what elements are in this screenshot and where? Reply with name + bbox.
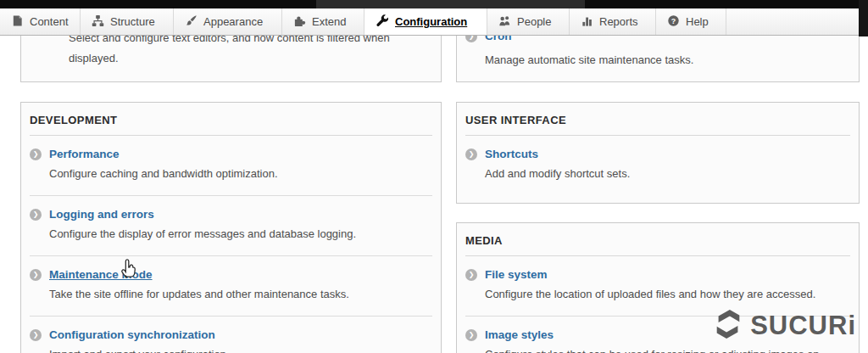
item-description: Configure the display of error messages … [30, 227, 432, 242]
window-top-bar [0, 0, 868, 8]
chevron-circle-icon: ❯ [30, 148, 42, 160]
card-user-interface: USER INTERFACE ❯ Shortcuts Add and modif… [456, 102, 860, 204]
window-top-bar-segment [316, 0, 585, 8]
sucuri-wordmark: SUCURi [750, 311, 856, 341]
card-development: DEVELOPMENT ❯ Performance Configure cach… [20, 102, 442, 353]
item-description: Configure caching and bandwidth optimiza… [30, 166, 432, 182]
card-title: USER INTERFACE [465, 114, 850, 136]
chevron-circle-icon: ❯ [30, 329, 42, 341]
wrench-icon [376, 14, 389, 30]
bar-chart-icon [581, 14, 593, 30]
toolbar-item-label: People [517, 15, 551, 28]
file-system-link[interactable]: File system [485, 268, 548, 281]
list-item: ❯ Configuration synchronization Import a… [30, 316, 432, 353]
puzzle-icon [293, 14, 306, 30]
card-title: MEDIA [465, 234, 850, 256]
toolbar-item-reports[interactable]: Reports [570, 8, 656, 35]
toolbar-item-structure[interactable]: Structure [81, 8, 174, 35]
description-line: displayed. [69, 52, 119, 64]
toolbar-item-extend[interactable]: Extend [282, 8, 364, 35]
toolbar-item-content[interactable]: Content [0, 8, 81, 35]
sucuri-watermark: SUCURi [712, 308, 856, 344]
logging-and-errors-link[interactable]: Logging and errors [49, 208, 154, 221]
people-icon [498, 14, 511, 30]
chevron-circle-icon: ❯ [465, 148, 477, 160]
toolbar-item-label: Help [686, 15, 709, 28]
item-description: Configure the location of uploaded files… [465, 287, 850, 302]
file-icon [11, 14, 24, 30]
list-item: ❯ Performance Configure caching and band… [30, 136, 432, 195]
item-description: Configure styles that can be used for re… [465, 347, 850, 353]
toolbar-item-label: Extend [312, 15, 346, 28]
toolbar-item-label: Structure [110, 15, 155, 28]
toolbar-item-label: Reports [599, 15, 638, 28]
svg-text:?: ? [671, 16, 676, 25]
toolbar-item-help[interactable]: ? Help [656, 8, 726, 35]
toolbar-spacer [726, 8, 859, 35]
configuration-synchronization-link[interactable]: Configuration synchronization [49, 328, 215, 341]
list-item: ❯ Logging and errors Configure the displ… [30, 195, 432, 255]
org-chart-icon [92, 14, 104, 30]
card-title: DEVELOPMENT [30, 114, 432, 136]
item-description: Take the site offline for updates and ot… [30, 287, 432, 302]
chevron-circle-icon: ❯ [465, 269, 477, 281]
toolbar-item-people[interactable]: People [487, 8, 570, 35]
help-icon: ? [667, 14, 680, 30]
toolbar-item-configuration[interactable]: Configuration [364, 8, 487, 35]
chevron-circle-icon: ❯ [30, 269, 42, 281]
toolbar-item-label: Content [30, 15, 69, 28]
toolbar-item-appearance[interactable]: Appearance [174, 8, 282, 35]
sucuri-logo-icon [712, 308, 744, 344]
window-corner-shade [859, 0, 868, 36]
chevron-circle-icon: ❯ [30, 209, 42, 221]
chevron-circle-icon: ❯ [465, 329, 477, 341]
card-description: Manage automatic site maintenance tasks. [465, 50, 693, 70]
toolbar-item-label: Appearance [203, 15, 263, 28]
toolbar-item-label: Configuration [395, 15, 467, 28]
item-description: Import and export your configuration. [30, 347, 432, 353]
admin-toolbar: Content Structure Appearance Extend Conf… [0, 8, 859, 36]
list-item: ❯ Shortcuts Add and modify shortcut sets… [465, 136, 850, 195]
paintbrush-icon [185, 14, 198, 30]
shortcuts-link[interactable]: Shortcuts [485, 148, 538, 160]
mouse-pointer-icon [118, 257, 138, 284]
item-description: Add and modify shortcut sets. [465, 166, 850, 182]
image-styles-link[interactable]: Image styles [485, 328, 554, 341]
list-item: ❯ File system Configure the location of … [465, 256, 850, 316]
list-item: ❯ Maintenance mode Take the site offline… [30, 255, 432, 316]
performance-link[interactable]: Performance [49, 148, 120, 160]
